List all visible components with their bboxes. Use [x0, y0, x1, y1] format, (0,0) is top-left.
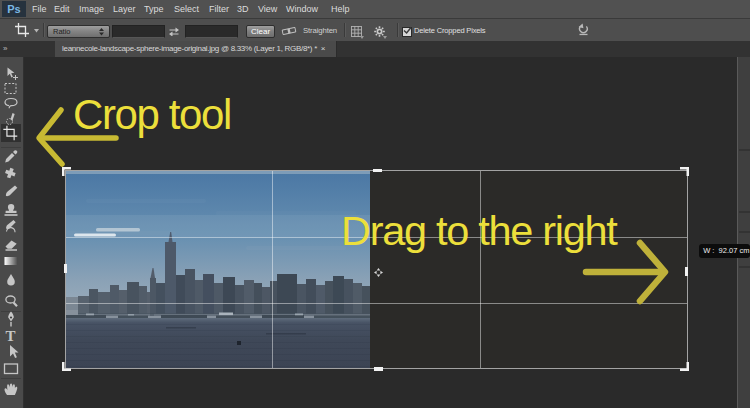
svg-text:T: T — [6, 328, 16, 344]
